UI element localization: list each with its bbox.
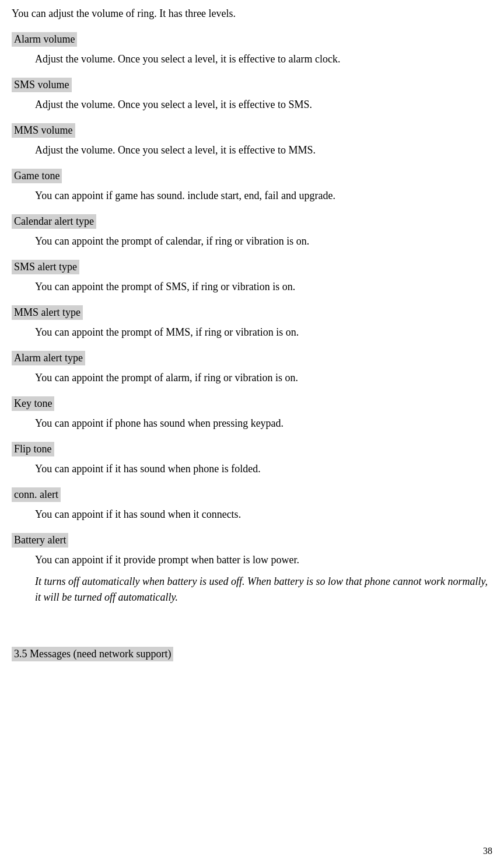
section-body-0: Adjust the volume. Once you select a lev… (12, 51, 492, 67)
section-heading-4: Calendar alert type (12, 214, 96, 229)
bottom-section-heading: 3.5 Messages (need network support) (12, 647, 173, 661)
section-body-2: Adjust the volume. Once you select a lev… (12, 142, 492, 158)
section-body-8: You can appoint if phone has sound when … (12, 416, 492, 431)
section-body-1: Adjust the volume. Once you select a lev… (12, 97, 492, 113)
italic-block: It turns off automatically when battery … (12, 574, 492, 605)
section-body-10: You can appoint if it has sound when it … (12, 507, 492, 522)
section-heading-1: SMS volume (12, 78, 72, 92)
section-heading-11: Battery alert (12, 533, 68, 548)
intro-text: You can adjust the volume of ring. It ha… (12, 6, 492, 22)
section-body-7: You can appoint the prompt of alarm, if … (12, 370, 492, 386)
section-heading-6: MMS alert type (12, 305, 83, 320)
sections-container: Alarm volumeAdjust the volume. Once you … (12, 27, 492, 568)
section-body-3: You can appoint if game has sound. inclu… (12, 188, 492, 204)
section-heading-3: Game tone (12, 169, 62, 183)
section-body-5: You can appoint the prompt of SMS, if ri… (12, 279, 492, 295)
section-heading-2: MMS volume (12, 123, 75, 138)
section-heading-0: Alarm volume (12, 32, 77, 47)
section-body-4: You can appoint the prompt of calendar, … (12, 233, 492, 249)
section-heading-5: SMS alert type (12, 260, 79, 274)
section-heading-10: conn. alert (12, 487, 61, 502)
section-body-6: You can appoint the prompt of MMS, if ri… (12, 325, 492, 340)
section-heading-9: Flip tone (12, 442, 54, 456)
section-heading-8: Key tone (12, 396, 54, 411)
section-heading-7: Alarm alert type (12, 351, 85, 365)
section-body-9: You can appoint if it has sound when pho… (12, 461, 492, 477)
page-number: 38 (483, 846, 492, 856)
section-body-11: You can appoint if it provide prompt whe… (12, 552, 492, 568)
